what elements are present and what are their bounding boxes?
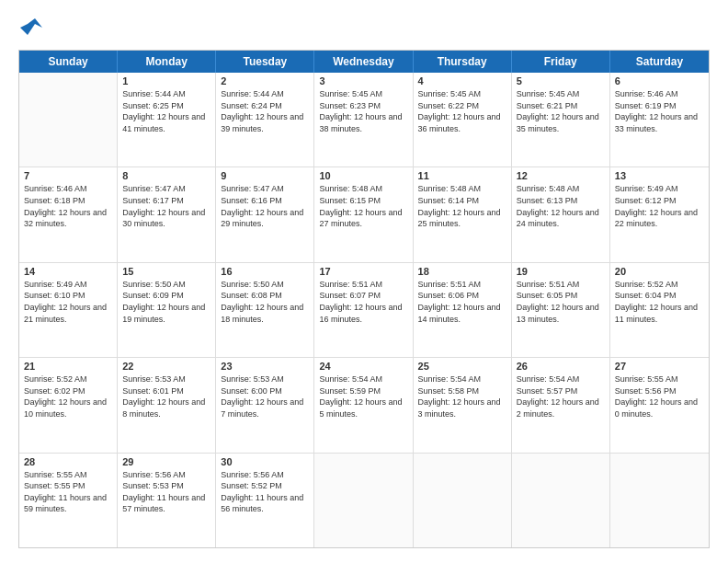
calendar-row-5: 28Sunrise: 5:55 AMSunset: 5:55 PMDayligh… [19, 453, 709, 547]
sun-info: Sunrise: 5:45 AMSunset: 6:21 PMDaylight:… [517, 88, 605, 134]
day-header-monday: Monday [118, 51, 216, 73]
calendar-cell: 1Sunrise: 5:44 AMSunset: 6:25 PMDaylight… [118, 73, 216, 167]
day-number: 30 [221, 456, 309, 467]
sun-info: Sunrise: 5:52 AMSunset: 6:04 PMDaylight:… [615, 279, 704, 325]
day-header-saturday: Saturday [610, 51, 709, 73]
calendar-body: 1Sunrise: 5:44 AMSunset: 6:25 PMDaylight… [19, 73, 709, 547]
day-number: 29 [122, 456, 210, 467]
calendar-cell: 10Sunrise: 5:48 AMSunset: 6:15 PMDayligh… [314, 167, 413, 261]
sun-info: Sunrise: 5:52 AMSunset: 6:02 PMDaylight:… [24, 373, 112, 419]
calendar-cell [414, 454, 512, 547]
calendar-cell: 4Sunrise: 5:45 AMSunset: 6:22 PMDaylight… [414, 73, 512, 167]
day-number: 14 [24, 266, 112, 277]
sun-info: Sunrise: 5:47 AMSunset: 6:17 PMDaylight:… [122, 183, 210, 229]
calendar-cell: 29Sunrise: 5:56 AMSunset: 5:53 PMDayligh… [118, 454, 216, 547]
day-number: 10 [319, 170, 407, 181]
calendar-cell: 8Sunrise: 5:47 AMSunset: 6:17 PMDaylight… [118, 167, 216, 261]
calendar-cell: 28Sunrise: 5:55 AMSunset: 5:55 PMDayligh… [19, 454, 118, 547]
calendar-cell: 14Sunrise: 5:49 AMSunset: 6:10 PMDayligh… [19, 263, 118, 357]
sun-info: Sunrise: 5:47 AMSunset: 6:16 PMDaylight:… [221, 183, 309, 229]
day-number: 8 [122, 170, 210, 181]
sun-info: Sunrise: 5:54 AMSunset: 5:58 PMDaylight:… [418, 373, 506, 419]
sun-info: Sunrise: 5:51 AMSunset: 6:05 PMDaylight:… [517, 279, 605, 325]
day-number: 15 [122, 266, 210, 277]
sun-info: Sunrise: 5:50 AMSunset: 6:08 PMDaylight:… [221, 279, 309, 325]
sun-info: Sunrise: 5:51 AMSunset: 6:06 PMDaylight:… [418, 279, 506, 325]
day-number: 21 [24, 361, 112, 372]
calendar-cell: 19Sunrise: 5:51 AMSunset: 6:05 PMDayligh… [512, 263, 610, 357]
day-number: 23 [221, 361, 309, 372]
sun-info: Sunrise: 5:55 AMSunset: 5:55 PMDaylight:… [24, 469, 112, 515]
calendar-cell: 26Sunrise: 5:54 AMSunset: 5:57 PMDayligh… [512, 358, 610, 452]
calendar-cell: 20Sunrise: 5:52 AMSunset: 6:04 PMDayligh… [610, 263, 709, 357]
sun-info: Sunrise: 5:48 AMSunset: 6:15 PMDaylight:… [319, 183, 407, 229]
day-number: 9 [221, 170, 309, 181]
logo [18, 15, 48, 40]
day-number: 7 [24, 170, 112, 181]
day-number: 18 [418, 266, 506, 277]
svg-marker-0 [20, 18, 42, 35]
calendar-cell: 2Sunrise: 5:44 AMSunset: 6:24 PMDaylight… [216, 73, 314, 167]
calendar-cell: 27Sunrise: 5:55 AMSunset: 5:56 PMDayligh… [610, 358, 709, 452]
sun-info: Sunrise: 5:56 AMSunset: 5:53 PMDaylight:… [122, 469, 210, 515]
sun-info: Sunrise: 5:50 AMSunset: 6:09 PMDaylight:… [122, 279, 210, 325]
calendar-cell: 17Sunrise: 5:51 AMSunset: 6:07 PMDayligh… [314, 263, 413, 357]
day-number: 20 [615, 266, 704, 277]
calendar-cell: 30Sunrise: 5:56 AMSunset: 5:52 PMDayligh… [216, 454, 314, 547]
sun-info: Sunrise: 5:44 AMSunset: 6:25 PMDaylight:… [122, 88, 210, 134]
day-header-friday: Friday [512, 51, 610, 73]
calendar-cell: 22Sunrise: 5:53 AMSunset: 6:01 PMDayligh… [118, 358, 216, 452]
calendar-cell: 16Sunrise: 5:50 AMSunset: 6:08 PMDayligh… [216, 263, 314, 357]
calendar-cell [512, 454, 610, 547]
calendar-cell [610, 454, 709, 547]
calendar-cell [19, 73, 118, 167]
calendar-cell: 6Sunrise: 5:46 AMSunset: 6:19 PMDaylight… [610, 73, 709, 167]
calendar-cell: 5Sunrise: 5:45 AMSunset: 6:21 PMDaylight… [512, 73, 610, 167]
day-number: 22 [122, 361, 210, 372]
calendar-cell: 18Sunrise: 5:51 AMSunset: 6:06 PMDayligh… [414, 263, 512, 357]
day-number: 24 [319, 361, 407, 372]
day-number: 27 [615, 361, 704, 372]
calendar-cell: 9Sunrise: 5:47 AMSunset: 6:16 PMDaylight… [216, 167, 314, 261]
logo-icon [18, 15, 44, 40]
day-number: 6 [615, 75, 704, 86]
calendar-cell: 3Sunrise: 5:45 AMSunset: 6:23 PMDaylight… [314, 73, 413, 167]
calendar-cell [314, 454, 413, 547]
sun-info: Sunrise: 5:53 AMSunset: 6:00 PMDaylight:… [221, 373, 309, 419]
calendar-row-3: 14Sunrise: 5:49 AMSunset: 6:10 PMDayligh… [19, 262, 709, 357]
sun-info: Sunrise: 5:46 AMSunset: 6:18 PMDaylight:… [24, 183, 112, 229]
day-number: 5 [517, 75, 605, 86]
sun-info: Sunrise: 5:45 AMSunset: 6:23 PMDaylight:… [319, 88, 407, 134]
calendar-row-1: 1Sunrise: 5:44 AMSunset: 6:25 PMDaylight… [19, 73, 709, 167]
calendar-row-2: 7Sunrise: 5:46 AMSunset: 6:18 PMDaylight… [19, 167, 709, 261]
calendar-cell: 11Sunrise: 5:48 AMSunset: 6:14 PMDayligh… [414, 167, 512, 261]
sun-info: Sunrise: 5:53 AMSunset: 6:01 PMDaylight:… [122, 373, 210, 419]
calendar-cell: 25Sunrise: 5:54 AMSunset: 5:58 PMDayligh… [414, 358, 512, 452]
calendar-header: SundayMondayTuesdayWednesdayThursdayFrid… [19, 51, 709, 73]
sun-info: Sunrise: 5:51 AMSunset: 6:07 PMDaylight:… [319, 279, 407, 325]
sun-info: Sunrise: 5:45 AMSunset: 6:22 PMDaylight:… [418, 88, 506, 134]
day-number: 25 [418, 361, 506, 372]
day-number: 2 [221, 75, 309, 86]
header [18, 15, 710, 40]
day-header-sunday: Sunday [19, 51, 118, 73]
day-header-tuesday: Tuesday [216, 51, 314, 73]
calendar-cell: 21Sunrise: 5:52 AMSunset: 6:02 PMDayligh… [19, 358, 118, 452]
calendar-cell: 12Sunrise: 5:48 AMSunset: 6:13 PMDayligh… [512, 167, 610, 261]
page: SundayMondayTuesdayWednesdayThursdayFrid… [0, 0, 728, 563]
calendar-cell: 15Sunrise: 5:50 AMSunset: 6:09 PMDayligh… [118, 263, 216, 357]
sun-info: Sunrise: 5:48 AMSunset: 6:13 PMDaylight:… [517, 183, 605, 229]
calendar-cell: 23Sunrise: 5:53 AMSunset: 6:00 PMDayligh… [216, 358, 314, 452]
sun-info: Sunrise: 5:54 AMSunset: 5:57 PMDaylight:… [517, 373, 605, 419]
sun-info: Sunrise: 5:54 AMSunset: 5:59 PMDaylight:… [319, 373, 407, 419]
day-number: 26 [517, 361, 605, 372]
sun-info: Sunrise: 5:49 AMSunset: 6:10 PMDaylight:… [24, 279, 112, 325]
calendar: SundayMondayTuesdayWednesdayThursdayFrid… [18, 50, 710, 548]
day-number: 4 [418, 75, 506, 86]
sun-info: Sunrise: 5:46 AMSunset: 6:19 PMDaylight:… [615, 88, 704, 134]
day-number: 1 [122, 75, 210, 86]
sun-info: Sunrise: 5:56 AMSunset: 5:52 PMDaylight:… [221, 469, 309, 515]
day-number: 19 [517, 266, 605, 277]
day-number: 12 [517, 170, 605, 181]
calendar-cell: 13Sunrise: 5:49 AMSunset: 6:12 PMDayligh… [610, 167, 709, 261]
